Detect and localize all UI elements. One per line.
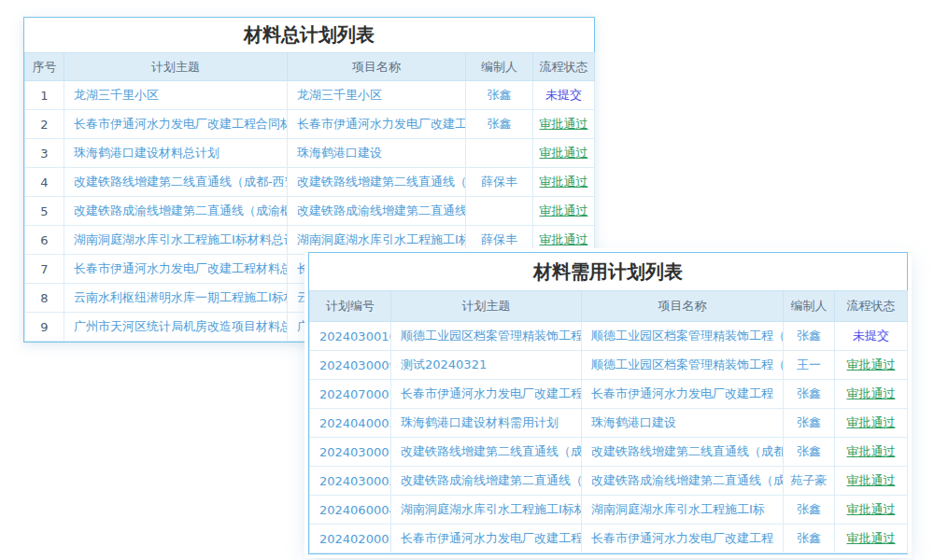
cell-subject-link[interactable]: 龙湖三千里小区 [74,88,159,102]
table-row: 1龙湖三千里小区龙湖三千里小区张鑫未提交 [25,81,595,110]
cell-compiler: 王一 [784,351,835,380]
cell-project: 珠海鹤港口建设 [288,139,466,168]
cell-subject-link[interactable]: 改建铁路线增建第二线直通线（成都... [401,444,582,458]
cell-project: 湖南洞庭湖水库引水工程施工I标 [582,496,784,525]
cell-subject: 改建铁路成渝线增建第二直通线（成渝枢纽... [64,197,288,226]
status-approved-link[interactable]: 审批通过 [540,175,588,189]
cell-number-link[interactable]: 2024030002 [319,474,391,488]
cell-project-link[interactable]: 长春市伊通河水力发电厂改建工程 [591,386,773,400]
cell-number: 2024070001 [310,380,391,409]
cell-number-link[interactable]: 2024060004 [319,503,391,517]
cell-project-link[interactable]: 顺德工业园区档案管理精装饰工程（... [591,329,784,343]
cell-number: 2024030002 [310,467,391,496]
cell-compiler-link[interactable]: 张鑫 [797,444,821,458]
cell-subject-link[interactable]: 测试20240321 [401,357,487,371]
cell-status: 审批通过 [835,496,908,525]
status-approved-link[interactable]: 审批通过 [847,386,896,400]
cell-project: 顺德工业园区档案管理精装饰工程（... [582,322,784,351]
cell-status: 未提交 [533,81,595,110]
cell-project-link[interactable]: 改建铁路线增建第二线直通线（... [297,175,466,189]
cell-subject-link[interactable]: 长春市伊通河水力发电厂改建工程材... [401,531,582,545]
cell-status: 审批通过 [835,525,908,553]
cell-compiler-link[interactable]: 张鑫 [797,386,821,400]
status-approved-link[interactable]: 审批通过 [540,117,588,131]
cell-subject-link[interactable]: 珠海鹤港口建设材料总计划 [74,146,219,160]
table-header: 序号计划主题项目名称编制人流程状态 [25,53,595,81]
cell-status: 审批通过 [533,168,595,197]
cell-project-link[interactable]: 顺德工业园区档案管理精装饰工程（... [591,357,784,371]
cell-subject-link[interactable]: 湖南洞庭湖水库引水工程施工I标材料总计划 [74,232,288,246]
cell-subject-link[interactable]: 改建铁路成渝线增建第二直通线（成... [401,473,582,487]
cell-project-link[interactable]: 长春市伊通河水力发电厂改建工程 [591,531,773,545]
material-demand-plan-card: 材料需用计划列表 计划编号计划主题项目名称编制人流程状态 2024030010顺… [308,252,908,554]
cell-project: 改建铁路成渝线增建第二直通线（成... [582,467,784,496]
cell-compiler-link[interactable]: 薛保丰 [481,175,517,189]
col-header-status: 流程状态 [533,53,595,81]
cell-project-link[interactable]: 改建铁路线增建第二线直通线（成都... [591,444,784,458]
cell-status: 审批通过 [835,438,908,467]
cell-compiler-link[interactable]: 张鑫 [797,415,821,429]
table-row: 2024030002改建铁路成渝线增建第二直通线（成...改建铁路成渝线增建第二… [310,467,908,496]
cell-subject: 云南水利枢纽潜明水库一期工程施工I标材料... [64,284,288,313]
cell-compiler-link[interactable]: 张鑫 [797,531,821,545]
cell-seq: 5 [25,197,64,226]
cell-project-link[interactable]: 长春市伊通河水力发电厂改建工程 [297,117,466,131]
cell-number-link[interactable]: 2024070001 [319,387,391,401]
status-approved-link[interactable]: 审批通过 [847,415,896,429]
cell-project-link[interactable]: 龙湖三千里小区 [297,88,382,102]
cell-compiler: 张鑫 [784,409,835,438]
table-row: 2024020005长春市伊通河水力发电厂改建工程材...长春市伊通河水力发电厂… [310,525,908,553]
cell-project-link[interactable]: 湖南洞庭湖水库引水工程施工I标 [297,232,466,246]
col-header-project: 项目名称 [582,291,784,322]
cell-subject-link[interactable]: 长春市伊通河水力发电厂改建工程合... [401,386,582,400]
header-row: 序号计划主题项目名称编制人流程状态 [25,53,595,81]
cell-project-link[interactable]: 改建铁路成渝线增建第二直通线（成... [591,473,784,487]
cell-number-link[interactable]: 2024030010 [319,329,391,343]
status-approved-link[interactable]: 审批通过 [847,502,896,516]
cell-compiler-link[interactable]: 王一 [797,357,821,371]
status-approved-link[interactable]: 审批通过 [540,203,588,217]
cell-compiler-link[interactable]: 张鑫 [797,502,821,516]
cell-subject-link[interactable]: 改建铁路线增建第二线直通线（成都-西安）... [74,175,288,189]
cell-project-link[interactable]: 珠海鹤港口建设 [591,415,676,429]
cell-compiler: 苑子豪 [784,467,835,496]
cell-subject-link[interactable]: 湖南洞庭湖水库引水工程施工I标材... [401,502,582,516]
cell-status: 审批通过 [835,380,908,409]
cell-number-link[interactable]: 2024030001 [319,445,391,459]
cell-number: 2024060004 [310,496,391,525]
status-approved-link[interactable]: 审批通过 [847,473,896,487]
status-approved-link[interactable]: 审批通过 [540,146,588,160]
cell-subject-link[interactable]: 云南水利枢纽潜明水库一期工程施工I标材料... [74,290,288,304]
table-title: 材料需用计划列表 [309,253,907,290]
status-approved-link[interactable]: 审批通过 [847,444,896,458]
table-row: 2024070001长春市伊通河水力发电厂改建工程合...长春市伊通河水力发电厂… [310,380,908,409]
table-row: 2024030009测试20240321顺德工业园区档案管理精装饰工程（...王… [310,351,908,380]
cell-subject-link[interactable]: 珠海鹤港口建设材料需用计划 [401,415,559,429]
cell-number-link[interactable]: 2024020005 [319,532,391,546]
cell-number-link[interactable]: 2024040003 [319,416,391,430]
cell-subject: 珠海鹤港口建设材料需用计划 [391,409,582,438]
status-approved-link[interactable]: 审批通过 [847,531,896,545]
cell-compiler [466,197,533,226]
cell-project: 龙湖三千里小区 [288,81,466,110]
status-approved-link[interactable]: 审批通过 [540,232,588,246]
cell-compiler-link[interactable]: 苑子豪 [791,473,828,487]
col-header-subject: 计划主题 [64,53,288,81]
cell-compiler-link[interactable]: 薛保丰 [481,232,517,246]
cell-compiler-link[interactable]: 张鑫 [488,88,512,102]
cell-subject: 广州市天河区统计局机房改造项目材料总计划 [64,313,288,342]
cell-project-link[interactable]: 湖南洞庭湖水库引水工程施工I标 [591,502,765,516]
cell-project-link[interactable]: 珠海鹤港口建设 [297,146,382,160]
cell-project-link[interactable]: 改建铁路成渝线增建第二直通线... [297,203,466,217]
cell-compiler-link[interactable]: 张鑫 [488,117,512,131]
col-header-project: 项目名称 [288,53,466,81]
cell-compiler-link[interactable]: 张鑫 [797,329,821,343]
cell-subject-link[interactable]: 广州市天河区统计局机房改造项目材料总计划 [74,319,288,333]
cell-number-link[interactable]: 2024030009 [319,358,391,372]
cell-subject-link[interactable]: 改建铁路成渝线增建第二直通线（成渝枢纽... [74,203,288,217]
cell-subject-link[interactable]: 顺德工业园区档案管理精装饰工程（... [401,329,582,343]
status-approved-link[interactable]: 审批通过 [847,357,896,371]
cell-subject-link[interactable]: 长春市伊通河水力发电厂改建工程材料总计划 [74,261,288,275]
cell-subject-link[interactable]: 长春市伊通河水力发电厂改建工程合同材料... [74,117,288,131]
cell-project: 顺德工业园区档案管理精装饰工程（... [582,351,784,380]
